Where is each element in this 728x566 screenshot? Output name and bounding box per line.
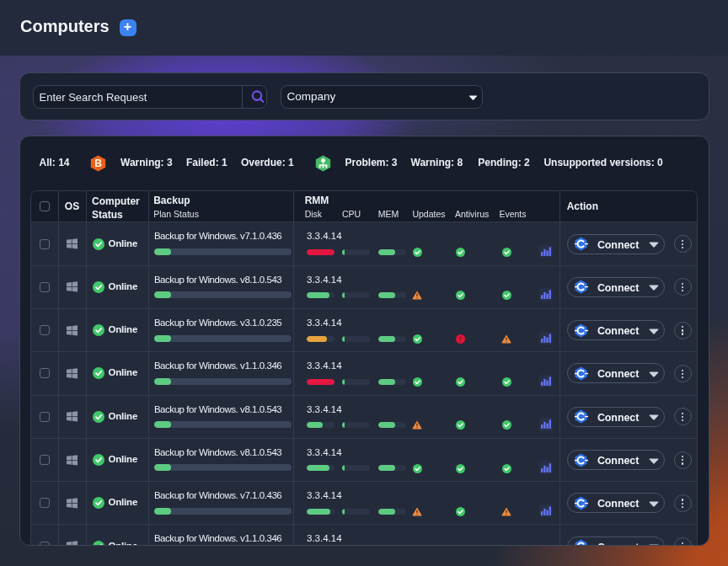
svg-text:B: B bbox=[94, 158, 102, 169]
